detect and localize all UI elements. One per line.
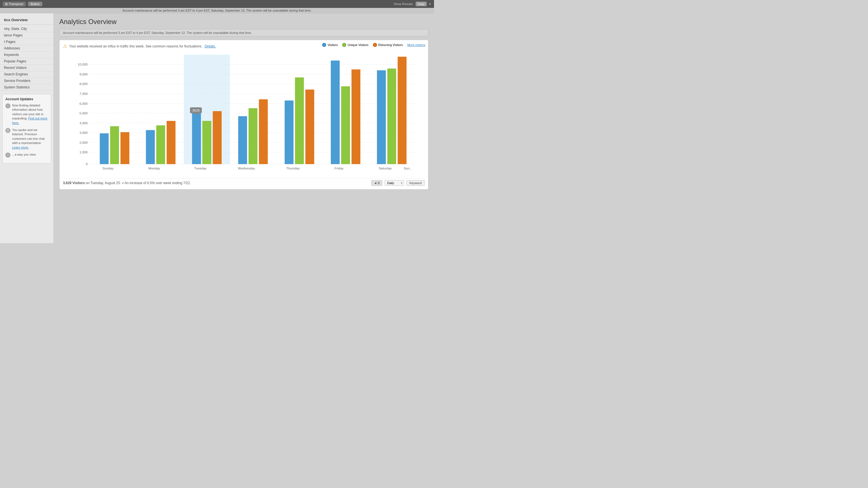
maintenance-banner: Account maintenance will be performed 3 … [0,8,434,13]
svg-text:6,000: 6,000 [80,102,88,105]
svg-text:10,000: 10,000 [78,63,88,66]
bar-wednesday-unique[interactable] [248,108,257,164]
bar-thursday-unique[interactable] [295,78,304,164]
account-updates-box: Account Updates i Now finding detailed i… [2,94,51,163]
content-area: Analytics Overview Account maintenance w… [54,13,434,243]
sidebar-item-country[interactable]: ntry, State, City [0,26,53,32]
main-layout: tics Overview ntry, State, City lance Pa… [0,13,434,243]
legend-visitors-label: Visitors [328,43,338,47]
bar-thursday-visitors[interactable] [285,100,293,164]
logo: ⊞ Transpose [3,2,26,6]
legend-dot-returning [373,43,377,47]
bar-monday-returning[interactable] [166,121,175,164]
account-updates-title: Account Updates [5,97,48,101]
legend-unique-label: Unique Visitors [348,43,369,47]
svg-text:7,000: 7,000 [80,92,88,95]
show-results-label: Show Results: [394,2,413,6]
bar-saturday-returning[interactable] [398,57,406,164]
legend-returning-label: Returning Visitors [378,43,403,47]
sidebar-item-recent-visitors[interactable]: Recent Visitors [0,65,53,71]
svg-text:Sun...: Sun... [404,166,412,170]
bar-friday-unique[interactable] [341,86,350,164]
svg-text:Sunday: Sunday [102,166,114,170]
bar-monday-unique[interactable] [156,125,165,164]
account-update-icon-2: Q [5,128,10,133]
svg-text:2,000: 2,000 [80,141,88,144]
frequency-select[interactable]: Daily Weekly Monthly [384,180,404,186]
bar-wednesday-returning[interactable] [259,99,268,164]
legend-dot-visitors [322,43,326,47]
svg-text:Tuesday: Tuesday [194,166,207,170]
svg-text:8,000: 8,000 [80,82,88,86]
chart-tooltip-text: 3629 [192,109,199,112]
more-metrics-link[interactable]: More metrics [407,43,425,47]
close-icon[interactable]: × [429,2,431,6]
bar-wednesday-visitors[interactable] [238,116,247,164]
svg-text:9,000: 9,000 [80,72,88,76]
sidebar-item-exit[interactable]: t Pages [0,39,53,45]
bar-thursday-returning[interactable] [305,90,314,164]
svg-text:4,000: 4,000 [80,121,88,125]
sidebar-item-entrance[interactable]: lance Pages [0,32,53,39]
sidebar-item-addresses[interactable]: Addresses [0,45,53,52]
bar-saturday-visitors[interactable] [377,70,386,164]
chart-bottom: 3,629 Visitors on Tuesday, August 25. » … [63,178,425,186]
chart-wrapper: .grid-line { stroke: #ddd; stroke-width:… [63,52,425,176]
legend-returning: Returning Visitors [373,43,403,47]
account-update-text-1: Now finding detailed information about h… [12,103,48,125]
account-update-item-1: i Now finding detailed information about… [5,103,48,125]
bar-saturday-unique[interactable] [388,69,396,164]
account-update-icon-3: i [5,152,10,158]
details-link[interactable]: Details. [205,44,216,48]
scroll-left-button[interactable]: ◄ B [371,180,382,186]
visitors-count: 3,629 Visitors [63,181,85,185]
sidebar-item-keywords[interactable]: Keywords [0,52,53,58]
sidebar-item-popular[interactable]: Popular Pages [0,58,53,65]
show-results-select[interactable]: Daily [416,2,426,6]
bar-tuesday-visitors[interactable] [192,113,201,164]
bar-friday-visitors[interactable] [331,60,340,164]
svg-text:Wednesday: Wednesday [238,166,255,170]
account-update-item-3: i ...a way you view [5,152,48,158]
sidebar: tics Overview ntry, State, City lance Pa… [0,13,54,243]
account-update-text-2: You spoke and we listened. Premium custo… [12,128,48,150]
chart-svg: .grid-line { stroke: #ddd; stroke-width:… [63,52,425,176]
warning-icon: ⚠ [63,43,67,49]
svg-text:5,000: 5,000 [80,112,88,115]
legend-visitors: Visitors [322,43,338,47]
bar-sunday-unique[interactable] [110,126,119,164]
top-bar-right: Show Results: Daily × [394,2,431,6]
sidebar-section-title: tics Overview [0,16,53,23]
legend-unique: Unique Visitors [342,43,369,47]
chart-legend: Visitors Unique Visitors Returning Visit… [322,43,425,47]
sidebar-item-search-engines[interactable]: Search Engines [0,71,53,78]
visitors-detail: on Tuesday, August 25. » An increase of … [86,181,191,185]
bar-monday-visitors[interactable] [146,130,155,164]
account-update-text-3: ...a way you view [12,152,36,158]
chart-section: Visitors Unique Visitors Returning Visit… [59,40,428,189]
page-title: Analytics Overview [59,18,428,26]
top-btn[interactable]: Button [28,2,43,6]
account-update-link-2[interactable]: Learn more. [12,146,29,149]
bottom-controls: ◄ B Daily Weekly Monthly Keyword [371,180,425,186]
svg-text:Thursday: Thursday [286,166,300,170]
sidebar-item-service-providers[interactable]: Service Providers [0,78,53,84]
svg-text:Saturday: Saturday [379,166,392,170]
keyword-button[interactable]: Keyword [406,180,425,186]
logo-icon: ⊞ [5,2,8,6]
bar-friday-returning[interactable] [351,69,360,164]
warning-text: Your website received an influx in traff… [69,44,203,48]
bar-sunday-visitors[interactable] [100,133,108,164]
bar-tuesday-unique[interactable] [203,121,211,164]
sidebar-item-system-statistics[interactable]: System Statistics [0,84,53,91]
info-banner: Account maintenance will be performed 3 … [59,29,428,36]
top-bar: ⊞ Transpose Button Show Results: Daily × [0,0,434,8]
logo-text: Transpose [9,2,24,6]
bar-tuesday-returning[interactable] [213,111,222,164]
visitors-summary: 3,629 Visitors on Tuesday, August 25. » … [63,181,191,185]
bar-sunday-returning[interactable] [121,132,129,164]
svg-text:0: 0 [86,162,88,166]
svg-text:Friday: Friday [335,166,344,170]
svg-text:Monday: Monday [149,166,160,170]
legend-dot-unique [342,43,346,47]
